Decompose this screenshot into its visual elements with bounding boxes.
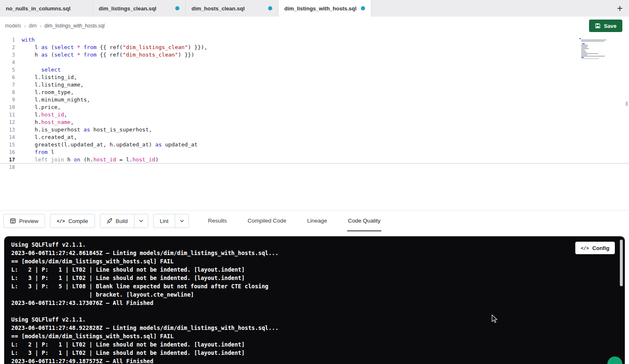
terminal-line: L: 2 | P: 1 | LT02 | Line should not be … (11, 340, 608, 349)
breadcrumb-item[interactable]: dim (29, 23, 37, 29)
line-number: 2 (0, 44, 15, 51)
breadcrumb-separator-icon: › (24, 23, 26, 29)
line-number: 1 (0, 36, 15, 44)
terminal-line: Using SQLFluff v2.1.1. (11, 315, 608, 324)
terminal-line: L: 3 | P: 5 | LT08 | Blank line expected… (11, 282, 608, 290)
code-line-15[interactable]: 15 greatest(l.updated_at, h.updated_at) … (0, 141, 629, 149)
chevron-down-icon (139, 218, 144, 223)
terminal-line: | bracket. [layout.cte_newline] (11, 290, 608, 299)
code-line-5[interactable]: 5 select (0, 66, 629, 74)
code-line-8[interactable]: 8 l.room_type, (0, 89, 629, 96)
terminal-line: 2023-06-06T11:27:42.861845Z — Linting mo… (11, 249, 608, 257)
chevron-down-icon (179, 218, 184, 223)
line-number: 12 (0, 119, 15, 126)
preview-grid-icon (10, 218, 16, 224)
tab-bar: no_nulls_in_columns.sqldim_listings_clea… (0, 0, 629, 17)
lint-button[interactable]: Lint (153, 214, 175, 228)
code-text: select (15, 66, 61, 74)
code-line-6[interactable]: 6 l.listing_id, (0, 74, 629, 81)
build-button-group: Build (100, 214, 148, 228)
editor-tab-dim_hosts_clean[interactable]: dim_hosts_clean.sql (186, 0, 278, 17)
terminal-scrollbar-thumb[interactable] (620, 240, 623, 286)
code-line-7[interactable]: 7 l.listing_name, (0, 81, 629, 89)
lint-dropdown-button[interactable] (175, 214, 189, 228)
code-line-12[interactable]: 12 h.host_name, (0, 119, 629, 126)
code-text: l.created_at, (15, 134, 77, 141)
code-text: l.listing_name, (15, 81, 84, 89)
code-line-13[interactable]: 13 h.is_superhost as host_is_superhost, (0, 126, 629, 134)
code-text: h.host_name, (15, 119, 74, 126)
code-text: h.is_superhost as host_is_superhost, (15, 126, 152, 134)
terminal-line: == [models/dim/dim_listings_with_hosts.s… (11, 257, 608, 265)
panel-tab-lineage[interactable]: Lineage (306, 210, 328, 231)
line-number: 11 (0, 111, 15, 119)
preview-label: Preview (19, 218, 38, 224)
code-text: h as (select * from {{ ref("dim_hosts_cl… (15, 51, 194, 59)
code-line-10[interactable]: 10 l.price, (0, 104, 629, 111)
breadcrumb-separator-icon: › (40, 23, 41, 29)
terminal-line: 2023-06-06T11:27:49.187575Z — All Finish… (11, 357, 608, 364)
line-number: 7 (0, 81, 15, 89)
code-line-18[interactable]: 18 (0, 163, 629, 171)
line-number: 4 (0, 59, 15, 66)
code-text: left join h on (h.host_id = l.host_id) (15, 156, 159, 163)
code-line-2[interactable]: 2 l as (select * from {{ ref("dim_listin… (0, 44, 629, 51)
minimap[interactable] (579, 38, 621, 60)
editor-tab-no_nulls_in_columns[interactable]: no_nulls_in_columns.sql (0, 0, 93, 17)
save-icon (595, 23, 601, 29)
panel-tab-code-quality[interactable]: Code Quality (347, 210, 381, 231)
save-button[interactable]: Save (589, 20, 622, 32)
toolbar-buttons: Preview </> Compile Build (3, 210, 189, 231)
line-number: 16 (0, 149, 15, 156)
save-label: Save (604, 23, 617, 29)
code-line-17[interactable]: 17 left join h on (h.host_id = l.host_id… (0, 156, 629, 163)
code-editor[interactable]: 1with2 l as (select * from {{ ref("dim_l… (0, 35, 629, 210)
code-lines: 1with2 l as (select * from {{ ref("dim_l… (0, 36, 629, 171)
code-line-11[interactable]: 11 l.host_id, (0, 111, 629, 119)
panel-tabs: ResultsCompiled CodeLineageCode Quality (207, 210, 381, 231)
action-toolbar: Preview </> Compile Build (0, 210, 629, 231)
editor-tab-dim_listings_with_hosts[interactable]: dim_listings_with_hosts.sql (278, 0, 371, 17)
code-line-1[interactable]: 1with (0, 36, 629, 44)
bottom-panel: Preview </> Compile Build (0, 210, 629, 364)
config-button[interactable]: </> Config (575, 242, 615, 254)
panel-tab-compiled-code[interactable]: Compiled Code (247, 210, 287, 231)
compile-button[interactable]: </> Compile (50, 214, 95, 228)
breadcrumb-item[interactable]: dim_listings_with_hosts.sql (45, 23, 105, 29)
code-line-16[interactable]: 16 from l (0, 149, 629, 156)
terminal-line: L: 3 | P: 1 | LT02 | Line should not be … (11, 349, 608, 357)
terminal-lines: Using SQLFluff v2.1.1.2023-06-06T11:27:4… (11, 240, 608, 364)
breadcrumb: models›dim›dim_listings_with_hosts.sql (5, 23, 104, 29)
build-dropdown-button[interactable] (134, 214, 148, 228)
terminal-line: L: 3 | P: 1 | LT02 | Line should not be … (11, 274, 608, 282)
code-text (15, 163, 22, 171)
editor-tab-dim_listings_clean[interactable]: dim_listings_clean.sql (93, 0, 186, 17)
lint-label: Lint (160, 218, 169, 224)
lint-button-group: Lint (153, 214, 189, 228)
line-number: 13 (0, 126, 15, 134)
line-number: 15 (0, 141, 15, 149)
code-brackets-icon: </> (57, 218, 65, 224)
new-tab-button[interactable]: + (611, 0, 629, 17)
code-line-3[interactable]: 3 h as (select * from {{ ref("dim_hosts_… (0, 51, 629, 59)
code-text: l.host_id, (15, 111, 67, 119)
code-line-9[interactable]: 9 l.minimum_nights, (0, 96, 629, 104)
compile-label: Compile (68, 218, 88, 224)
editor-scrollbar-thumb[interactable] (626, 102, 628, 106)
code-text: l.room_type, (15, 89, 74, 96)
tab-label: dim_hosts_clean.sql (191, 5, 265, 12)
build-label: Build (116, 218, 128, 224)
tab-label: dim_listings_with_hosts.sql (284, 5, 358, 12)
code-line-14[interactable]: 14 l.created_at, (0, 134, 629, 141)
unsaved-changes-dot-icon (361, 6, 365, 10)
code-line-4[interactable]: 4 (0, 59, 629, 66)
preview-button[interactable]: Preview (3, 214, 45, 228)
rocket-icon (107, 218, 112, 224)
build-button[interactable]: Build (100, 214, 134, 228)
code-brackets-icon: </> (581, 245, 589, 251)
breadcrumb-item[interactable]: models (5, 23, 21, 29)
line-number: 6 (0, 74, 15, 81)
terminal-line: 2023-06-06T11:27:48.922828Z — Linting mo… (11, 324, 608, 332)
panel-tab-results[interactable]: Results (207, 210, 228, 231)
line-number: 10 (0, 104, 15, 111)
